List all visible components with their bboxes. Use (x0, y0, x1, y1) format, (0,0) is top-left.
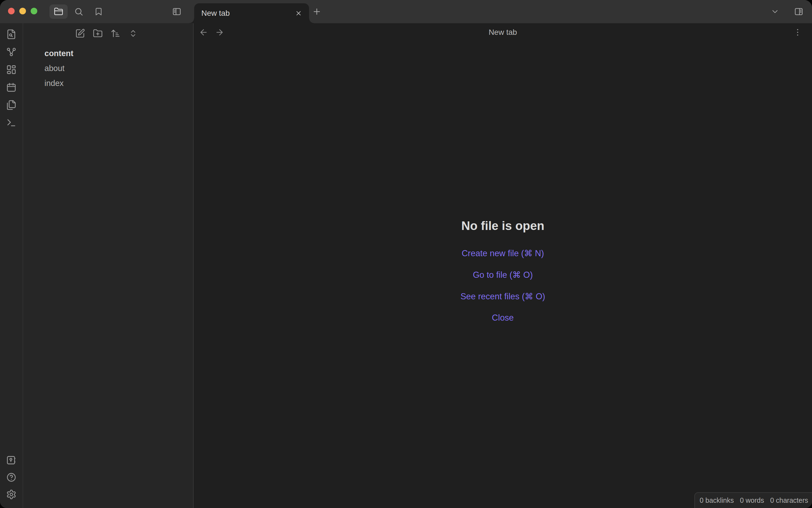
ribbon-item-file-search[interactable] (6, 29, 16, 40)
search-view-button[interactable] (73, 4, 85, 19)
more-icon (793, 27, 803, 37)
ribbon-item-vault-switcher[interactable] (6, 455, 16, 465)
toggle-right-sidebar-button[interactable] (793, 4, 805, 19)
file-item-about[interactable]: about (28, 61, 189, 76)
folder-name: content (44, 49, 74, 58)
close-icon (295, 10, 302, 17)
bookmarks-view-button[interactable] (92, 4, 105, 19)
view-header-title: New tab (194, 28, 812, 37)
new-folder-button[interactable] (93, 28, 103, 39)
ribbon-item-templates[interactable] (6, 100, 16, 110)
new-tab-button[interactable] (311, 5, 323, 18)
folder-icon (54, 7, 63, 16)
file-list: content about index (23, 46, 193, 91)
new-note-button[interactable] (75, 28, 85, 39)
panel-right-icon (794, 7, 803, 16)
titlebar: New tab (0, 0, 812, 23)
tab-new-tab[interactable]: New tab (194, 3, 309, 23)
chevron-down-icon (771, 7, 779, 16)
terminal-icon (6, 118, 16, 128)
character-count: 0 characters (770, 496, 808, 504)
tab-close-button[interactable] (292, 7, 305, 19)
help-icon (6, 472, 16, 482)
sort-order-button[interactable] (110, 28, 121, 39)
close-window-button[interactable] (8, 8, 15, 14)
ribbon-item-help[interactable] (6, 472, 16, 482)
bookmark-icon (94, 7, 103, 16)
ribbon-bottom-group (6, 455, 16, 500)
navigate-forward-button[interactable] (213, 26, 226, 38)
sort-icon (110, 29, 121, 38)
graph-icon (6, 47, 16, 57)
folder-item-content[interactable]: content (28, 46, 189, 61)
file-name: index (44, 79, 63, 88)
empty-state-actions: Create new file (⌘ N) Go to file (⌘ O) S… (461, 248, 545, 323)
collapse-all-button[interactable] (128, 28, 138, 39)
tab-list-dropdown-button[interactable] (769, 4, 781, 19)
file-explorer-toolbar (23, 23, 193, 39)
see-recent-files-link[interactable]: See recent files (⌘ O) (461, 291, 545, 301)
settings-icon (6, 489, 16, 500)
create-new-file-link[interactable]: Create new file (⌘ N) (462, 248, 544, 258)
templates-icon (6, 100, 16, 110)
toggle-left-sidebar-button[interactable] (171, 4, 183, 19)
zoom-window-button[interactable] (31, 8, 37, 14)
ribbon-item-terminal[interactable] (6, 118, 16, 128)
plus-icon (312, 7, 322, 16)
ribbon-item-canvas[interactable] (6, 65, 16, 75)
back-icon (199, 28, 208, 37)
files-view-button[interactable] (49, 4, 68, 19)
canvas-icon (6, 65, 16, 75)
navigate-back-button[interactable] (197, 26, 209, 38)
file-search-icon (6, 29, 16, 40)
ribbon-item-graph-view[interactable] (6, 47, 16, 57)
tab-title: New tab (201, 9, 292, 18)
backlinks-count[interactable]: 0 backlinks (700, 496, 734, 504)
more-options-button[interactable] (792, 26, 804, 38)
status-bar: 0 backlinks 0 words 0 characters (694, 492, 812, 508)
close-link[interactable]: Close (492, 313, 514, 323)
minimize-window-button[interactable] (19, 8, 26, 14)
ribbon-top-group (6, 29, 16, 128)
search-icon (74, 7, 83, 16)
view-header: New tab (194, 23, 812, 41)
file-explorer-panel: content about index (23, 23, 194, 508)
new-note-icon (75, 29, 85, 38)
vault-icon (6, 455, 16, 465)
empty-state-heading: No file is open (461, 219, 544, 233)
go-to-file-link[interactable]: Go to file (⌘ O) (473, 270, 533, 280)
collapse-icon (129, 29, 138, 38)
file-item-index[interactable]: index (28, 76, 189, 91)
ribbon-item-settings[interactable] (6, 489, 16, 500)
file-name: about (44, 64, 65, 73)
new-folder-icon (93, 29, 103, 38)
word-count: 0 words (740, 496, 764, 504)
panel-left-icon (172, 7, 182, 16)
main-pane: New tab No file is open Create new file … (194, 23, 812, 508)
ribbon-item-daily-note[interactable] (6, 82, 16, 93)
workspace: content about index New tab (0, 23, 812, 508)
forward-icon (215, 28, 224, 37)
calendar-icon (6, 82, 16, 93)
ribbon (0, 23, 23, 508)
obsidian-window: New tab (0, 0, 812, 508)
empty-state: No file is open Create new file (⌘ N) Go… (194, 41, 812, 508)
